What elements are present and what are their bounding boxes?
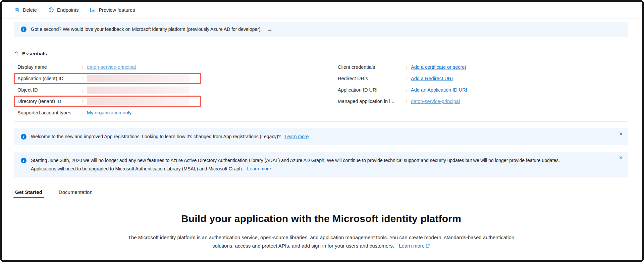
close-icon[interactable]: ✕ — [619, 132, 623, 136]
field-label: Display name — [17, 64, 82, 70]
endpoints-label: Endpoints — [57, 7, 79, 13]
get-started-content: Build your application with the Microsof… — [14, 213, 628, 251]
adal-deprecation-banner: i Starting June 30th, 2020 we will no lo… — [14, 152, 628, 177]
tab-get-started[interactable]: Get Started — [14, 188, 43, 198]
adal-banner-line1: Starting June 30th, 2020 we will no long… — [31, 156, 560, 165]
delete-label: Delete — [23, 7, 37, 13]
row-directory-tenant-id: Directory (tenant) ID : — [14, 96, 201, 107]
field-label: Application ID URI — [338, 87, 406, 93]
display-name-link[interactable]: daton-service-principal — [87, 64, 136, 70]
feedback-arrow-icon[interactable]: → — [267, 26, 272, 33]
toolbar-divider — [2, 18, 642, 18]
colon-separator: : — [406, 87, 411, 93]
hero-learn-more-label: Learn more — [399, 243, 425, 249]
preview-features-label: Preview features — [99, 7, 135, 13]
delete-button[interactable]: Delete — [14, 7, 37, 13]
colon-separator: : — [406, 64, 411, 70]
welcome-banner-message: Welcome to the new and improved App regi… — [31, 134, 281, 139]
adal-banner-text: Starting June 30th, 2020 we will no long… — [31, 156, 560, 173]
add-application-id-uri-link[interactable]: Add an Application ID URI — [411, 87, 467, 93]
colon-separator: : — [82, 110, 87, 115]
feedback-banner: i Got a second? We would love your feedb… — [14, 22, 628, 37]
redacted-client-id-value — [87, 75, 190, 82]
page-title: Build your application with the Microsof… — [14, 213, 628, 224]
app-registration-overview-page: Delete Endpoints Preview fe — [0, 0, 644, 262]
row-display-name: Display name : daton-service-principal — [14, 61, 334, 73]
info-icon: i — [21, 158, 26, 163]
row-supported-account-types: Supported account types : My organizatio… — [14, 107, 334, 118]
redacted-tenant-id-value — [87, 98, 190, 105]
colon-separator: : — [406, 99, 411, 104]
field-label: Managed application in l... — [338, 99, 406, 104]
adal-learn-more-link[interactable]: Learn more — [247, 166, 271, 171]
add-certificate-or-secret-link[interactable]: Add a certificate or secret — [411, 64, 466, 70]
row-managed-application: Managed application in l... : daton-serv… — [334, 96, 628, 107]
add-redirect-uri-link[interactable]: Add a Redirect URI — [411, 76, 453, 81]
colon-separator: : — [406, 76, 411, 81]
command-bar: Delete Endpoints Preview fe — [2, 2, 642, 18]
essentials-title: Essentials — [22, 51, 47, 56]
colon-separator: : — [82, 76, 87, 81]
endpoints-button[interactable]: Endpoints — [48, 7, 79, 13]
tab-documentation[interactable]: Documentation — [58, 188, 93, 198]
hero-description-line1: The Microsoft identity platform is an au… — [98, 233, 544, 242]
field-label: Object ID — [17, 87, 82, 93]
essentials-divider — [14, 121, 628, 122]
field-label: Client credentials — [338, 64, 406, 70]
essentials-grid: Display name : daton-service-principal A… — [14, 61, 628, 118]
trash-icon — [14, 7, 20, 13]
managed-application-link[interactable]: daton-service-principal — [411, 99, 460, 104]
adal-banner-line2: Applications will need to be upgraded to… — [31, 166, 243, 171]
colon-separator: : — [82, 99, 87, 104]
field-label: Redirect URIs — [338, 76, 406, 81]
hero-description-line2: solutions, access and protect APIs, and … — [212, 243, 394, 249]
essentials-toggle[interactable]: Essentials — [14, 50, 628, 56]
globe-icon — [48, 7, 54, 13]
row-client-credentials: Client credentials : Add a certificate o… — [334, 61, 628, 73]
info-icon: i — [21, 27, 26, 32]
colon-separator: : — [82, 87, 87, 93]
supported-account-types-link[interactable]: My organization only — [87, 110, 131, 115]
welcome-banner: i Welcome to the new and improved App re… — [14, 128, 628, 145]
welcome-banner-text: Welcome to the new and improved App regi… — [31, 133, 309, 141]
feedback-banner-text: Got a second? We would love your feedbac… — [31, 25, 262, 34]
row-redirect-uris: Redirect URIs : Add a Redirect URI — [334, 73, 628, 84]
row-application-client-id: Application (client) ID : — [14, 73, 201, 84]
row-application-id-uri: Application ID URI : Add an Application … — [334, 84, 628, 96]
tab-bar: Get Started Documentation — [14, 188, 628, 198]
colon-separator: : — [82, 64, 87, 70]
external-link-icon — [425, 244, 430, 249]
chevron-up-icon — [14, 50, 19, 56]
hero-description: The Microsoft identity platform is an au… — [98, 233, 544, 251]
field-label: Supported account types — [17, 110, 82, 115]
welcome-learn-more-link[interactable]: Learn more — [285, 134, 309, 139]
info-icon: i — [21, 134, 26, 140]
redacted-object-id-value — [87, 87, 190, 94]
close-icon[interactable]: ✕ — [619, 155, 623, 160]
row-object-id: Object ID : — [14, 84, 334, 96]
preview-features-button[interactable]: Preview features — [90, 7, 135, 13]
hero-learn-more-link[interactable]: Learn more — [399, 243, 430, 249]
preview-features-icon — [90, 7, 96, 13]
field-label: Application (client) ID — [17, 76, 82, 81]
field-label: Directory (tenant) ID — [17, 99, 82, 104]
